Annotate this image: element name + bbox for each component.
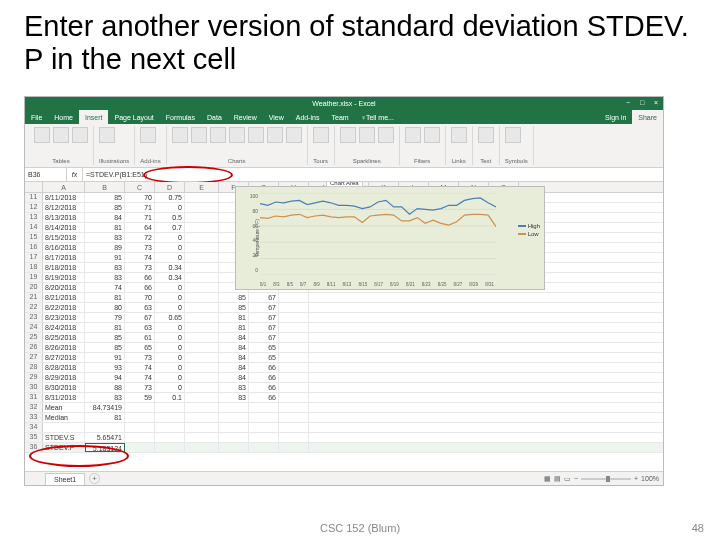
maximize-icon[interactable]: □ bbox=[637, 98, 647, 108]
cell[interactable] bbox=[185, 213, 219, 222]
cell[interactable] bbox=[185, 443, 219, 452]
cell[interactable]: 5.183124 bbox=[85, 443, 125, 452]
row-header[interactable]: 20 bbox=[25, 283, 43, 292]
cell[interactable] bbox=[185, 273, 219, 282]
cell[interactable]: 0.34 bbox=[155, 263, 185, 272]
worksheet[interactable]: ABCDEFGHIJKLMNO 118/11/201885700.75128/1… bbox=[25, 182, 663, 471]
cell[interactable] bbox=[279, 393, 309, 402]
row-header[interactable]: 14 bbox=[25, 223, 43, 232]
cell[interactable]: 85 bbox=[219, 293, 249, 302]
cell[interactable]: 0 bbox=[155, 353, 185, 362]
cell[interactable] bbox=[185, 193, 219, 202]
row-header[interactable]: 32 bbox=[25, 403, 43, 412]
cell[interactable]: 66 bbox=[249, 363, 279, 372]
cell[interactable]: 67 bbox=[249, 293, 279, 302]
tab-home[interactable]: Home bbox=[48, 110, 79, 124]
cell[interactable] bbox=[219, 413, 249, 422]
cell[interactable] bbox=[185, 413, 219, 422]
cell[interactable]: 83 bbox=[85, 273, 125, 282]
cell[interactable] bbox=[185, 403, 219, 412]
table-row[interactable]: 258/25/2018856108467 bbox=[25, 333, 663, 343]
cell[interactable] bbox=[185, 433, 219, 442]
cell[interactable] bbox=[279, 433, 309, 442]
tab-view[interactable]: View bbox=[263, 110, 290, 124]
cell[interactable]: 65 bbox=[125, 343, 155, 352]
cell[interactable] bbox=[249, 413, 279, 422]
cell[interactable] bbox=[219, 423, 249, 432]
cell[interactable] bbox=[219, 433, 249, 442]
cell[interactable] bbox=[185, 353, 219, 362]
cell[interactable]: 71 bbox=[125, 203, 155, 212]
cell[interactable] bbox=[155, 423, 185, 432]
cell[interactable]: 0.75 bbox=[155, 193, 185, 202]
cell[interactable] bbox=[185, 233, 219, 242]
cell[interactable] bbox=[279, 333, 309, 342]
add-sheet-button[interactable]: + bbox=[89, 473, 100, 484]
cell[interactable] bbox=[279, 353, 309, 362]
fx-icon[interactable]: fx bbox=[67, 168, 83, 181]
cell[interactable] bbox=[185, 423, 219, 432]
row-header[interactable]: 27 bbox=[25, 353, 43, 362]
cell[interactable]: 8/15/2018 bbox=[43, 233, 85, 242]
cell[interactable] bbox=[185, 323, 219, 332]
cell[interactable]: 84 bbox=[85, 213, 125, 222]
ribbon-icon[interactable] bbox=[505, 127, 521, 143]
cell[interactable]: 70 bbox=[125, 293, 155, 302]
cell[interactable]: 66 bbox=[249, 383, 279, 392]
cell[interactable] bbox=[185, 253, 219, 262]
cell[interactable]: 85 bbox=[85, 333, 125, 342]
cell[interactable]: 8/25/2018 bbox=[43, 333, 85, 342]
cell[interactable]: 0.65 bbox=[155, 313, 185, 322]
cell[interactable] bbox=[279, 413, 309, 422]
cell[interactable] bbox=[185, 203, 219, 212]
zoom-controls[interactable]: ▦ ▤ ▭ −+ 100% bbox=[544, 475, 659, 483]
cell[interactable] bbox=[185, 313, 219, 322]
cell[interactable] bbox=[43, 423, 85, 432]
table-row[interactable]: 308/30/2018887308366 bbox=[25, 383, 663, 393]
embedded-chart[interactable]: Chart Area Temperature (°F) 100806040200… bbox=[235, 186, 545, 290]
zoom-slider[interactable] bbox=[581, 478, 631, 480]
ribbon-icon[interactable] bbox=[286, 127, 302, 143]
table-row[interactable]: 238/23/201879670.658167 bbox=[25, 313, 663, 323]
cell[interactable]: 81 bbox=[219, 313, 249, 322]
cell[interactable] bbox=[155, 403, 185, 412]
cell[interactable]: 83 bbox=[85, 233, 125, 242]
cell[interactable]: 0 bbox=[155, 253, 185, 262]
cell[interactable]: STDEV.S bbox=[43, 433, 85, 442]
cell[interactable] bbox=[185, 303, 219, 312]
cell[interactable]: 66 bbox=[125, 283, 155, 292]
view-pagebreak-icon[interactable]: ▭ bbox=[564, 475, 571, 483]
ribbon-icon[interactable] bbox=[267, 127, 283, 143]
ribbon-icon[interactable] bbox=[140, 127, 156, 143]
close-icon[interactable]: × bbox=[651, 98, 661, 108]
cell[interactable]: 0 bbox=[155, 363, 185, 372]
row-header[interactable]: 26 bbox=[25, 343, 43, 352]
ribbon-icon[interactable] bbox=[53, 127, 69, 143]
cell[interactable] bbox=[279, 443, 309, 452]
cell[interactable] bbox=[185, 223, 219, 232]
cell[interactable]: 0 bbox=[155, 323, 185, 332]
row-header[interactable]: 21 bbox=[25, 293, 43, 302]
table-row[interactable]: 36STDEV.P5.183124 bbox=[25, 443, 663, 453]
table-row[interactable]: 248/24/2018816308167 bbox=[25, 323, 663, 333]
cell[interactable] bbox=[279, 403, 309, 412]
row-header[interactable]: 17 bbox=[25, 253, 43, 262]
cell[interactable] bbox=[279, 313, 309, 322]
cell[interactable]: 89 bbox=[85, 243, 125, 252]
row-header[interactable]: 22 bbox=[25, 303, 43, 312]
cell[interactable]: 83 bbox=[85, 393, 125, 402]
cell[interactable]: 73 bbox=[125, 383, 155, 392]
cell[interactable] bbox=[125, 413, 155, 422]
cell[interactable]: 0 bbox=[155, 293, 185, 302]
cell[interactable]: 8/20/2018 bbox=[43, 283, 85, 292]
row-header[interactable]: 34 bbox=[25, 423, 43, 432]
table-row[interactable]: 35STDEV.S5.65471 bbox=[25, 433, 663, 443]
cell[interactable]: 74 bbox=[125, 363, 155, 372]
ribbon-icon[interactable] bbox=[451, 127, 467, 143]
cell[interactable]: 0 bbox=[155, 243, 185, 252]
column-header[interactable]: D bbox=[155, 182, 185, 192]
cell[interactable]: 8/29/2018 bbox=[43, 373, 85, 382]
minimize-icon[interactable]: − bbox=[623, 98, 633, 108]
cell[interactable] bbox=[249, 443, 279, 452]
cell[interactable]: 8/13/2018 bbox=[43, 213, 85, 222]
